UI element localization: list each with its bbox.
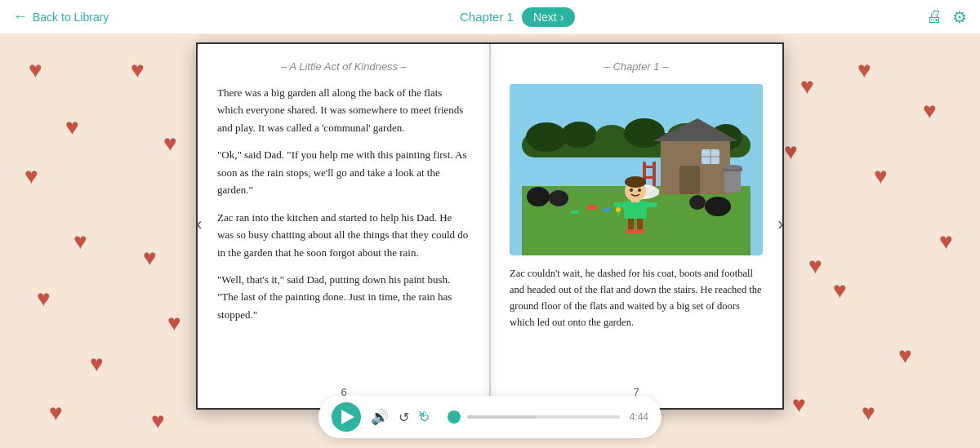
heart-decoration: ♥ [939,228,953,255]
paragraph-4: "Well, that's it," said Dad, putting dow… [217,271,470,323]
settings-icon[interactable]: ⚙ [952,7,967,27]
svg-point-22 [527,187,550,206]
svg-rect-36 [624,201,647,219]
heart-decoration: ♥ [874,163,888,189]
svg-point-4 [595,125,628,148]
heart-decoration: ♥ [74,228,87,255]
heart-decoration: ♥ [862,400,875,426]
heart-decoration: ♥ [29,57,42,83]
svg-rect-17 [643,166,656,168]
svg-rect-26 [587,205,597,210]
svg-rect-29 [571,211,579,214]
heart-decoration: ♥ [151,408,165,434]
next-label: Next [533,11,557,24]
volume-icon: 🔊 [371,408,389,426]
svg-rect-19 [724,170,741,193]
heart-decoration: ♥ [800,73,814,100]
heart-decoration: ♥ [808,253,822,279]
next-button[interactable]: Next › [522,7,575,27]
svg-point-2 [526,122,567,152]
svg-point-25 [689,195,706,210]
heart-decoration: ♥ [90,351,104,377]
heart-decoration: ♥ [163,131,177,157]
book: – A Little Act of Kindness – There was a… [196,42,784,410]
svg-point-42 [630,189,633,192]
paragraph-3: Zac ran into the kitchen and started to … [217,209,470,261]
svg-rect-11 [679,166,700,194]
heart-decoration: ♥ [65,114,79,140]
heart-decoration: ♥ [923,98,937,124]
printer-icon[interactable]: 🖨 [926,7,942,26]
progress-fill [467,415,536,419]
illustration [510,84,763,255]
svg-point-45 [616,207,621,212]
svg-point-3 [561,122,597,148]
heart-decoration: ♥ [49,400,63,426]
chapter-label: Chapter 1 [460,10,514,24]
next-arrow-icon: › [560,11,564,24]
svg-rect-38 [645,202,657,207]
left-page-title: – A Little Act of Kindness – [217,60,470,73]
right-page-title: – Chapter 1 – [510,60,763,73]
svg-rect-16 [653,162,656,186]
heart-decoration: ♥ [143,245,157,271]
back-label: Back to Library [33,11,109,24]
svg-rect-34 [626,229,635,233]
svg-point-21 [723,165,742,170]
heart-decoration: ♥ [24,163,38,189]
forward-button[interactable]: ↻ 10 [419,410,438,425]
next-page-button[interactable]: › [768,211,794,237]
paragraph-2: "Ok," said Dad. "If you help me with thi… [217,146,470,198]
back-arrow-icon: ← [13,8,28,25]
svg-point-41 [625,176,646,188]
heart-decoration: ♥ [167,310,181,336]
forward-label: 10 [418,410,426,418]
play-button[interactable] [332,402,361,432]
svg-rect-18 [643,176,656,179]
svg-point-5 [624,118,665,148]
audio-bar: 🔊 ↺ ↻ 10 4:44 [318,396,662,438]
progress-container [448,410,620,424]
heart-decoration: ♥ [131,57,145,83]
page-right: – Chapter 1 – [490,44,782,408]
page-left: – A Little Act of Kindness – There was a… [198,44,490,408]
heart-decoration: ♥ [858,57,871,83]
heart-decoration: ♥ [833,277,847,304]
left-page-text: There was a big garden all along the bac… [217,84,470,323]
paragraph-1: There was a big garden all along the bac… [217,84,470,136]
svg-point-23 [549,190,568,206]
svg-point-24 [705,197,731,216]
svg-rect-35 [635,229,644,233]
topbar: ← Back to Library Chapter 1 Next › 🖨 ⚙ [0,0,980,34]
prev-page-button[interactable]: ‹ [186,211,212,237]
svg-rect-37 [613,202,626,207]
svg-point-43 [638,189,641,192]
heart-decoration: ♥ [784,139,798,165]
topbar-center: Chapter 1 Next › [460,7,575,27]
back-to-library-button[interactable]: ← Back to Library [13,8,109,25]
progress-track[interactable] [467,415,620,419]
heart-decoration: ♥ [898,343,912,369]
rewind-button[interactable]: ↺ [399,410,409,425]
right-page-text: Zac couldn't wait, he dashed for his coa… [510,265,763,330]
heart-decoration: ♥ [37,286,51,312]
topbar-right: 🖨 ⚙ [926,7,967,27]
progress-dot[interactable] [448,410,461,424]
rewind-icon: ↺ [399,410,409,425]
play-icon [341,410,354,424]
time-display: 4:44 [630,411,648,423]
volume-button[interactable]: 🔊 [371,408,389,426]
heart-decoration: ♥ [792,392,806,418]
svg-rect-27 [604,208,610,212]
